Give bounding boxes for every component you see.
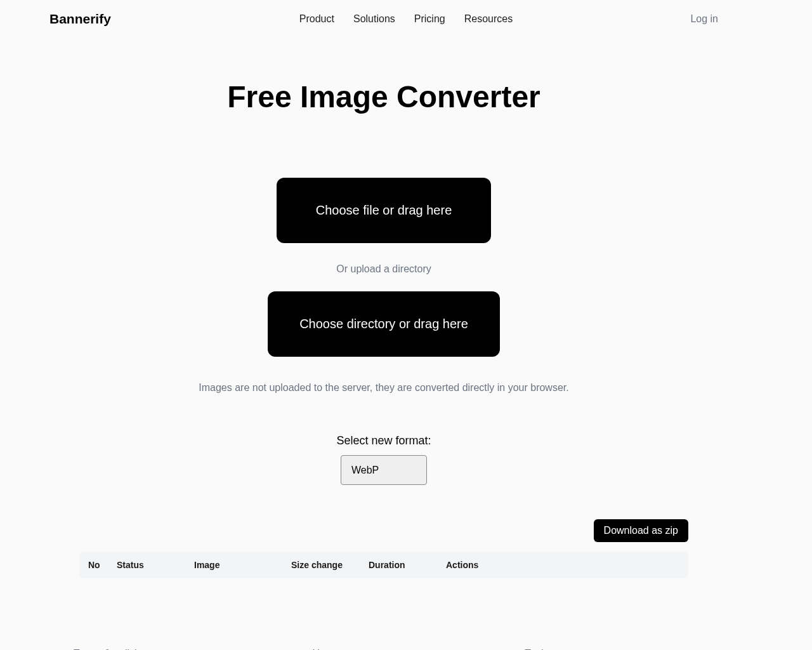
format-select[interactable]: WebP — [341, 455, 427, 485]
table-header-image: Image — [194, 560, 291, 570]
table-header-actions: Actions — [446, 560, 679, 570]
footer: Terms & policies Use cases Tools — [0, 578, 768, 650]
format-section: Select new format: WebP — [79, 434, 688, 485]
logo[interactable]: Bannerify — [49, 11, 111, 27]
header: Bannerify Product Solutions Pricing Reso… — [0, 0, 768, 38]
main-nav: Product Solutions Pricing Resources — [299, 13, 513, 25]
table-header-duration: Duration — [369, 560, 446, 570]
download-zip-button[interactable]: Download as zip — [594, 519, 688, 542]
choose-file-button[interactable]: Choose file or drag here — [277, 178, 492, 243]
table-header-no: No — [88, 560, 117, 570]
nav-product[interactable]: Product — [299, 13, 334, 25]
upload-section: Choose file or drag here Or upload a dir… — [79, 178, 688, 394]
results-table: No Status Image Size change Duration Act… — [79, 552, 688, 578]
login-link[interactable]: Log in — [690, 13, 718, 25]
info-text: Images are not uploaded to the server, t… — [199, 382, 568, 394]
format-label: Select new format: — [336, 434, 431, 448]
nav-pricing[interactable]: Pricing — [414, 13, 445, 25]
main-content: Free Image Converter Choose file or drag… — [67, 79, 701, 578]
page-title: Free Image Converter — [79, 79, 688, 114]
table-header: No Status Image Size change Duration Act… — [79, 552, 688, 578]
table-header-size-change: Size change — [291, 560, 369, 570]
choose-directory-button[interactable]: Choose directory or drag here — [268, 291, 500, 357]
download-section: Download as zip — [79, 519, 688, 542]
or-upload-text: Or upload a directory — [336, 263, 431, 275]
nav-resources[interactable]: Resources — [464, 13, 513, 25]
table-header-status: Status — [117, 560, 194, 570]
format-select-wrapper: WebP — [341, 455, 427, 485]
nav-solutions[interactable]: Solutions — [353, 13, 395, 25]
